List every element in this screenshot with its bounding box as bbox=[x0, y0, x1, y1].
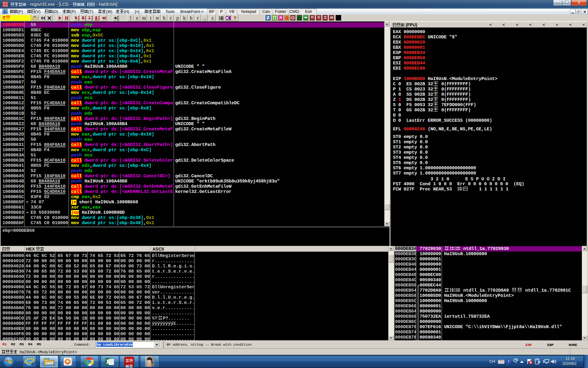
svg-text:?: ? bbox=[507, 360, 510, 363]
